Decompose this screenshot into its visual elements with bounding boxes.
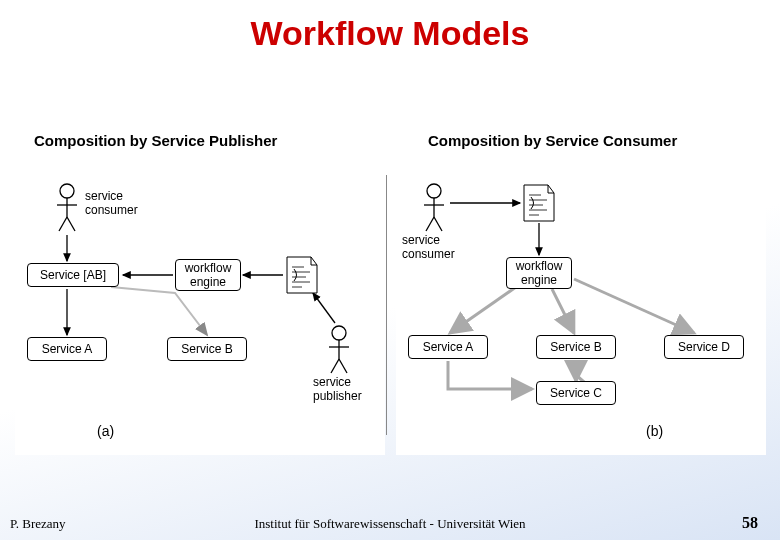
box-service-ab: Service [AB] — [27, 263, 119, 287]
svg-line-23 — [552, 289, 574, 333]
svg-line-22 — [450, 287, 516, 333]
svg-line-4 — [67, 217, 75, 231]
box-service-b-left: Service B — [167, 337, 247, 361]
box-workflow-engine-b: workflow engine — [506, 257, 572, 289]
slide-title: Workflow Models — [0, 0, 780, 53]
svg-line-24 — [574, 279, 694, 333]
box-service-a-right: Service A — [408, 335, 488, 359]
box-service-b-right: Service B — [536, 335, 616, 359]
svg-point-15 — [427, 184, 441, 198]
box-workflow-engine-a: workflow engine — [175, 259, 241, 291]
subtitle-publisher: Composition by Service Publisher — [34, 132, 277, 149]
label-service-consumer-b: service consumer — [402, 233, 455, 261]
svg-line-3 — [59, 217, 67, 231]
svg-point-0 — [60, 184, 74, 198]
panel-divider — [386, 175, 387, 435]
box-service-d: Service D — [664, 335, 744, 359]
subtitle-consumer: Composition by Service Consumer — [428, 132, 677, 149]
svg-point-10 — [332, 326, 346, 340]
box-service-a-left: Service A — [27, 337, 107, 361]
diagram-panel-b: service consumer workflow engine Service… — [396, 175, 766, 455]
footer-page-number: 58 — [742, 514, 758, 532]
label-service-publisher: service publisher — [313, 375, 362, 403]
svg-line-18 — [426, 217, 434, 231]
box-service-c: Service C — [536, 381, 616, 405]
figure-label-a: (a) — [97, 423, 114, 439]
diagram-a-svg — [15, 175, 385, 455]
diagram-b-svg — [396, 175, 766, 455]
svg-line-13 — [331, 359, 339, 373]
svg-line-8 — [313, 293, 335, 323]
label-service-consumer-a: service consumer — [85, 189, 138, 217]
figure-label-b: (b) — [646, 423, 663, 439]
svg-line-14 — [339, 359, 347, 373]
diagram-panel-a: service consumer Service [AB] workflow e… — [15, 175, 385, 455]
footer-institute: Institut für Softwarewissenschaft - Univ… — [0, 516, 780, 532]
svg-line-19 — [434, 217, 442, 231]
